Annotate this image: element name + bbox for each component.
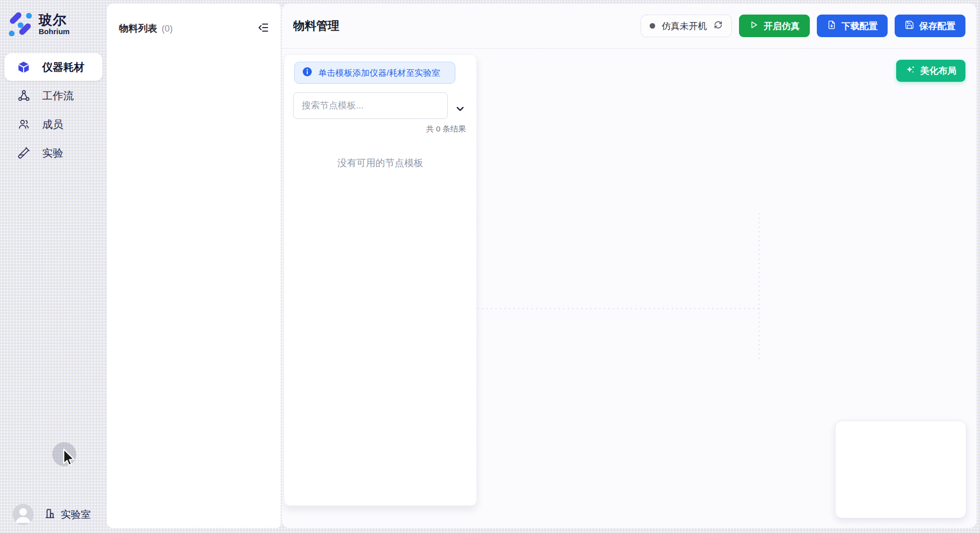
template-hint-text: 单击模板添加仪器/耗材至实验室: [318, 67, 440, 79]
refresh-icon[interactable]: [713, 20, 723, 32]
play-icon: [749, 20, 759, 32]
material-list-panel: 物料列表 (0): [107, 4, 281, 528]
sidebar-footer: 实验室: [0, 504, 107, 525]
canvas-vertical-guide: [759, 213, 760, 361]
template-search-row: [293, 92, 448, 119]
user-avatar[interactable]: [13, 504, 34, 525]
cube-icon: [17, 61, 30, 74]
sidebar-item-label: 实验: [42, 146, 63, 160]
app-root: 玻尔 Bohrium 仪器耗材: [0, 0, 980, 533]
simulation-status-label: 仿真未开机: [662, 20, 707, 32]
brand-text: 玻尔 Bohrium: [39, 13, 70, 36]
lab-label: 实验室: [61, 508, 91, 521]
template-result-count: 共 0 条结果: [284, 124, 476, 135]
info-icon: [302, 67, 312, 79]
bohrium-logo-icon: [8, 11, 33, 38]
status-dot-icon: [650, 23, 655, 29]
flow-canvas[interactable]: 单击模板添加仪器/耗材至实验室 共 0 条结果 没有可用的节点模板: [282, 49, 976, 528]
building-icon: [44, 507, 56, 522]
main-content: 物料管理 仿真未开机: [282, 4, 976, 528]
sparkles-icon: [905, 65, 915, 77]
start-simulation-label: 开启仿真: [764, 20, 800, 32]
sidebar-item-label: 仪器耗材: [42, 60, 84, 74]
users-icon: [17, 118, 30, 130]
page-title: 物料管理: [293, 18, 339, 34]
lab-switcher[interactable]: 实验室: [44, 507, 91, 522]
test-tube-icon: [17, 147, 30, 159]
sidebar-item-workflow[interactable]: 工作流: [5, 82, 102, 109]
save-config-label: 保存配置: [919, 20, 955, 32]
beautify-layout-label: 美化布局: [920, 65, 956, 77]
simulation-status-pill[interactable]: 仿真未开机: [641, 15, 732, 37]
file-download-icon: [827, 20, 836, 32]
sidebar-item-label: 成员: [42, 117, 63, 131]
template-search-input[interactable]: [293, 92, 448, 119]
template-hint-banner[interactable]: 单击模板添加仪器/耗材至实验室: [294, 62, 455, 84]
sidebar-item-label: 工作流: [42, 89, 74, 103]
sidebar: 玻尔 Bohrium 仪器耗材: [0, 0, 107, 533]
sidebar-item-instruments[interactable]: 仪器耗材: [5, 53, 102, 81]
start-simulation-button[interactable]: 开启仿真: [739, 15, 810, 37]
download-config-label: 下载配置: [841, 20, 878, 32]
material-list-title: 物料列表: [119, 22, 157, 35]
node-template-panel: 单击模板添加仪器/耗材至实验室 共 0 条结果 没有可用的节点模板: [284, 54, 477, 506]
sidebar-item-members[interactable]: 成员: [5, 110, 102, 138]
save-config-button[interactable]: 保存配置: [895, 15, 965, 37]
brand-name: 玻尔: [39, 13, 70, 28]
download-config-button[interactable]: 下载配置: [817, 15, 888, 37]
main-header: 物料管理 仿真未开机: [282, 4, 976, 49]
canvas-horizontal-guide: [477, 308, 760, 309]
template-empty-message: 没有可用的节点模板: [284, 157, 476, 170]
save-icon: [905, 20, 914, 32]
brand-logo-row: 玻尔 Bohrium: [0, 0, 107, 38]
sidebar-nav: 仪器耗材 工作流: [0, 53, 107, 167]
header-actions: 仿真未开机: [641, 15, 965, 37]
sidebar-item-experiment[interactable]: 实验: [5, 139, 102, 167]
brand-subtitle: Bohrium: [39, 28, 70, 36]
material-panel-header: 物料列表 (0): [107, 4, 281, 36]
workflow-icon: [17, 89, 30, 102]
collapse-panel-icon[interactable]: [258, 22, 270, 36]
chevron-down-icon[interactable]: [454, 103, 466, 116]
beautify-layout-button[interactable]: 美化布局: [896, 60, 965, 82]
canvas-minimap[interactable]: [835, 421, 966, 518]
material-list-count: (0): [162, 24, 258, 34]
